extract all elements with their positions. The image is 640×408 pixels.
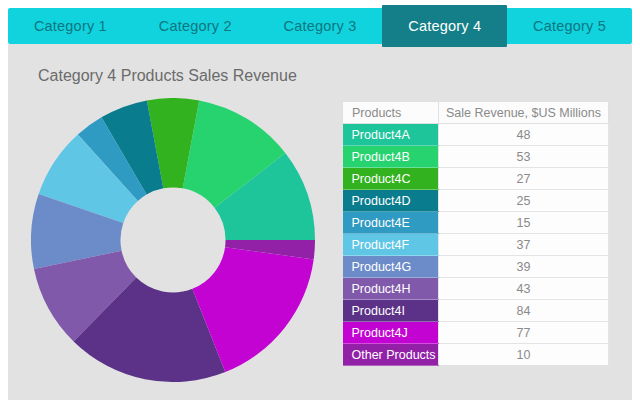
table-row: Product4D25 (343, 190, 609, 212)
revenue-column-header: Sale Revenue, $US Millions (439, 102, 609, 124)
product-name-cell: Product4J (343, 322, 439, 344)
product-value-cell: 39 (439, 256, 609, 278)
tab-category-3[interactable]: Category 3 (258, 8, 383, 44)
product-value-cell: 27 (439, 168, 609, 190)
product-value-cell: 37 (439, 234, 609, 256)
product-value-cell: 15 (439, 212, 609, 234)
products-column-header: Products (343, 102, 439, 124)
product-name-cell: Other Products (343, 344, 439, 366)
table-row: Product4J77 (343, 322, 609, 344)
table-row: Other Products10 (343, 344, 609, 366)
product-value-cell: 53 (439, 146, 609, 168)
product-name-cell: Product4A (343, 124, 439, 146)
table-row: Product4B53 (343, 146, 609, 168)
table-row: Product4E15 (343, 212, 609, 234)
chart-title: Category 4 Products Sales Revenue (38, 67, 297, 85)
products-table-head: Products Sale Revenue, $US Millions (343, 102, 609, 124)
product-value-cell: 77 (439, 322, 609, 344)
table-row: Product4C27 (343, 168, 609, 190)
tab-label: Category 3 (284, 18, 357, 34)
tab-label: Category 5 (533, 18, 606, 34)
product-value-cell: 48 (439, 124, 609, 146)
product-value-cell: 43 (439, 278, 609, 300)
table-row: Product4A48 (343, 124, 609, 146)
product-name-cell: Product4D (343, 190, 439, 212)
tab-bar: Category 1Category 2Category 3Category 4… (8, 8, 632, 44)
table-row: Product4G39 (343, 256, 609, 278)
tab-label: Category 2 (159, 18, 232, 34)
donut-chart (31, 98, 315, 382)
product-name-cell: Product4H (343, 278, 439, 300)
tab-category-4[interactable]: Category 4 (382, 5, 507, 47)
product-name-cell: Product4G (343, 256, 439, 278)
tab-label: Category 1 (34, 18, 107, 34)
products-table-body: Product4A48Product4B53Product4C27Product… (343, 124, 609, 366)
product-value-cell: 25 (439, 190, 609, 212)
products-table: Products Sale Revenue, $US Millions Prod… (342, 101, 609, 366)
table-row: Product4F37 (343, 234, 609, 256)
tab-category-2[interactable]: Category 2 (133, 8, 258, 44)
product-name-cell: Product4F (343, 234, 439, 256)
product-name-cell: Product4I (343, 300, 439, 322)
product-value-cell: 10 (439, 344, 609, 366)
content-panel: Category 4 Products Sales Revenue Produc… (8, 44, 632, 400)
tab-category-5[interactable]: Category 5 (507, 8, 632, 44)
product-name-cell: Product4C (343, 168, 439, 190)
tab-category-1[interactable]: Category 1 (8, 8, 133, 44)
product-value-cell: 84 (439, 300, 609, 322)
table-row: Product4I84 (343, 300, 609, 322)
table-row: Product4H43 (343, 278, 609, 300)
table-header-row: Products Sale Revenue, $US Millions (343, 102, 609, 124)
product-name-cell: Product4B (343, 146, 439, 168)
tab-label: Category 4 (408, 18, 481, 34)
dashboard-page: Category 1Category 2Category 3Category 4… (8, 8, 632, 400)
product-name-cell: Product4E (343, 212, 439, 234)
